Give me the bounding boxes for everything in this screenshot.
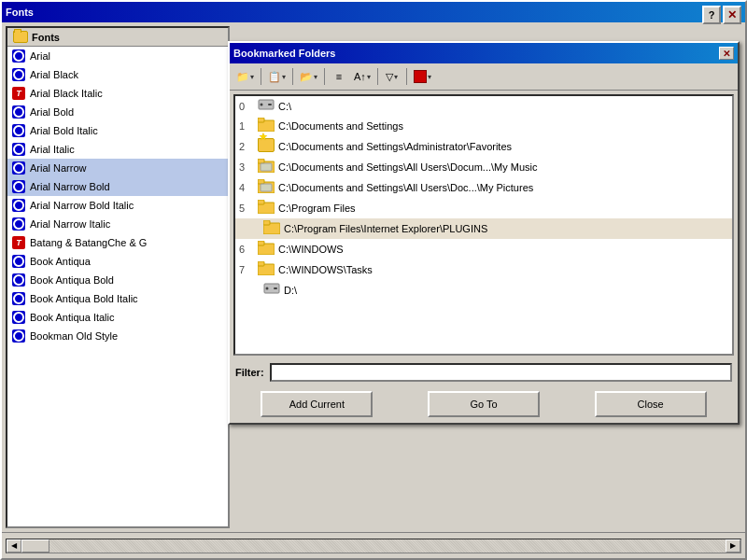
folder-row[interactable]: D:\ [235, 280, 732, 300]
folder-row[interactable]: 0C:\ [235, 96, 732, 116]
opentype-icon [12, 68, 25, 81]
row-number: 3 [239, 161, 254, 173]
toolbar-move-btn[interactable]: 📂 ▾ [297, 66, 320, 87]
font-list-item[interactable]: Arial Narrow [7, 159, 228, 177]
font-list-item[interactable]: Arial Italic [7, 140, 228, 159]
svg-rect-28 [263, 220, 270, 225]
folder-row[interactable]: 3C:\Documents and Settings\All Users\Doc… [235, 157, 732, 177]
scroll-right-btn[interactable]: ▶ [726, 539, 740, 553]
font-list-item[interactable]: Book Antiqua Bold Italic [7, 289, 228, 308]
font-list-item[interactable]: Arial Narrow Bold [7, 177, 228, 196]
folder-path: C:\Program Files [278, 203, 356, 214]
svg-rect-30 [258, 241, 264, 245]
font-panel-title: Fonts [32, 32, 60, 43]
svg-point-5 [14, 163, 23, 173]
opentype-icon [12, 180, 25, 193]
dialog-close-button[interactable]: ✕ [719, 47, 734, 60]
font-list-item[interactable]: Arial Bold Italic [7, 121, 228, 140]
font-name: Arial Narrow [30, 162, 87, 174]
svg-point-35 [266, 287, 269, 290]
font-name: Batang & BatangChe & G [30, 237, 147, 248]
svg-rect-32 [258, 261, 264, 266]
font-panel-header: Fonts [7, 28, 228, 47]
dialog-toolbar: 📁 ▾ 📋 ▾ 📂 ▾ ≡ A↑ ▾ ▽ [230, 63, 738, 91]
font-list-item[interactable]: Bookman Old Style [7, 327, 228, 345]
folder-row[interactable]: 2★C:\Documents and Settings\Administrato… [235, 136, 732, 157]
opentype-icon [12, 49, 25, 63]
folder-row[interactable]: 6C:\WINDOWS [235, 239, 732, 259]
folder-path: C:\WINDOWS [278, 244, 344, 255]
dropdown-arrow-6: ▾ [428, 73, 431, 81]
scroll-left-btn[interactable]: ◀ [7, 539, 21, 553]
font-name: Arial [30, 50, 50, 62]
scroll-track [21, 539, 726, 553]
toolbar-copy-btn[interactable]: 📋 ▾ [265, 66, 289, 87]
svg-point-13 [14, 331, 23, 341]
scroll-thumb[interactable] [21, 539, 49, 553]
svg-rect-21 [261, 163, 272, 171]
svg-point-4 [14, 145, 23, 154]
font-list-item[interactable]: TBatang & BatangChe & G [7, 233, 228, 252]
font-list: ArialArial BlackTArial Black ItalicArial… [7, 47, 228, 345]
opentype-icon [12, 161, 25, 175]
font-name: Arial Narrow Bold Italic [30, 200, 134, 211]
svg-point-3 [14, 126, 23, 135]
filter-icon: ▽ [386, 71, 393, 83]
svg-point-8 [14, 219, 23, 229]
opentype-icon [12, 311, 25, 324]
copy-icon: 📋 [268, 71, 281, 83]
horizontal-scrollbar[interactable]: ◀ ▶ [6, 539, 741, 553]
opentype-icon [12, 273, 25, 287]
font-list-item[interactable]: Book Antiqua [7, 252, 228, 271]
row-number: 0 [239, 101, 254, 112]
font-name: Arial Black Italic [30, 88, 103, 99]
opentype-icon [12, 255, 25, 268]
svg-rect-26 [258, 200, 264, 204]
dialog-titlebar: Bookmarked Folders ✕ [230, 43, 738, 63]
folder-row[interactable]: 4C:\Documents and Settings\All Users\Doc… [235, 177, 732, 198]
toolbar-sep-3 [324, 68, 325, 85]
truetype-icon: T [12, 236, 25, 249]
font-name: Arial Black [30, 69, 78, 80]
folder-row[interactable]: C:\Program Files\Internet Explorer\PLUGI… [235, 218, 732, 239]
font-list-item[interactable]: Arial Narrow Italic [7, 215, 228, 233]
font-name: Arial Narrow Italic [30, 218, 110, 230]
font-list-item[interactable]: Book Antiqua Bold [7, 271, 228, 289]
help-button[interactable]: ? [702, 6, 721, 24]
toolbar-red-btn[interactable]: ▾ [411, 66, 434, 87]
toolbar-list-view-btn[interactable]: ≡ [329, 66, 349, 87]
font-name: Book Antiqua [30, 256, 91, 267]
font-list-item[interactable]: Arial Bold [7, 103, 228, 121]
font-name: Arial Bold [30, 106, 74, 118]
font-list-panel: Fonts ArialArial BlackTArial Black Itali… [6, 26, 230, 528]
font-name: Arial Italic [30, 144, 75, 155]
close-button[interactable]: ✕ [723, 6, 741, 24]
font-list-item[interactable]: Arial [7, 47, 228, 65]
svg-point-2 [14, 107, 23, 117]
font-list-item[interactable]: Book Antiqua Italic [7, 308, 228, 327]
toolbar-new-folder-btn[interactable]: 📁 ▾ [233, 66, 257, 87]
dropdown-arrow-4: ▾ [367, 73, 371, 81]
folder-row[interactable]: 5C:\Program Files [235, 198, 732, 218]
svg-point-6 [14, 182, 23, 191]
font-list-item[interactable]: Arial Narrow Bold Italic [7, 196, 228, 215]
opentype-icon [12, 329, 25, 343]
folder-row[interactable]: 1C:\Documents and Settings [235, 116, 732, 136]
go-to-button[interactable]: Go To [428, 391, 540, 417]
toolbar-sep-5 [406, 68, 407, 85]
toolbar-filter-btn[interactable]: ▽ ▾ [382, 66, 402, 87]
filter-input[interactable] [270, 363, 732, 382]
dialog-close-btn-bottom[interactable]: Close [595, 391, 707, 417]
folder-row[interactable]: 7C:\WINDOWS\Tasks [235, 259, 732, 280]
font-list-item[interactable]: Arial Black [7, 65, 228, 84]
top-right-buttons: ? ✕ [702, 6, 741, 24]
row-number: 5 [239, 203, 254, 214]
folder-icon [258, 261, 275, 278]
dialog-title: Bookmarked Folders [233, 48, 335, 59]
svg-point-1 [14, 70, 23, 79]
opentype-icon [12, 124, 25, 137]
folder-path: C:\Documents and Settings\Administrator\… [278, 141, 512, 152]
toolbar-sort-btn[interactable]: A↑ ▾ [351, 66, 374, 87]
add-current-button[interactable]: Add Current [261, 391, 373, 417]
font-list-item[interactable]: TArial Black Italic [7, 84, 228, 103]
